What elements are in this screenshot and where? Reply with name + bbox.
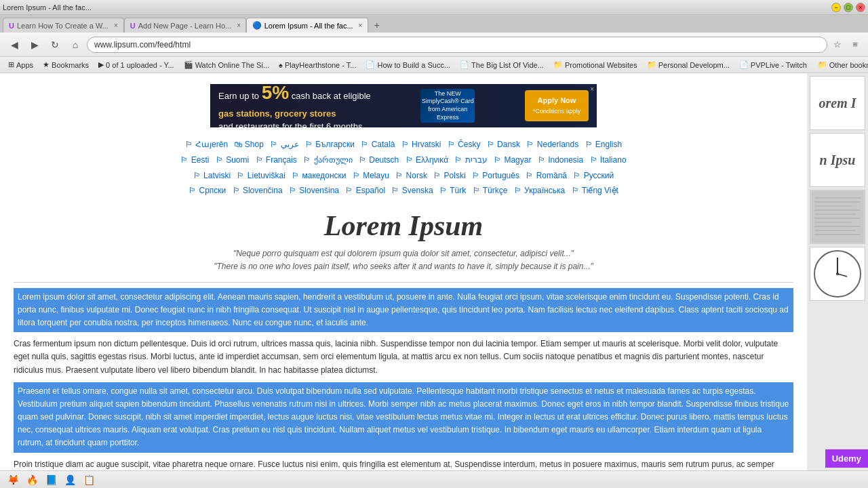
thumbnail-3 xyxy=(810,247,865,301)
settings-icon[interactable]: ≡ xyxy=(848,37,863,52)
title-bar: Lorem Ipsum - All the fac... − □ × xyxy=(0,0,868,15)
lang-dutch[interactable]: 🏳 Nederlands xyxy=(526,140,578,149)
lang-swedish[interactable]: 🏳 Svenska xyxy=(391,186,433,195)
user-icon[interactable]: 👤 xyxy=(62,472,77,487)
lang-turk[interactable]: 🏳 Türk xyxy=(439,186,466,195)
folder-other-icon: 📁 xyxy=(818,60,827,69)
bookmark-apps[interactable]: ⊞ Apps xyxy=(4,60,37,70)
bookmark-biglist[interactable]: 📄 The Big List Of Vide... xyxy=(456,60,548,70)
lang-shop[interactable]: 🛍 Shop xyxy=(234,140,263,149)
nav-icons: ☆ ≡ xyxy=(830,37,863,52)
tab-1[interactable]: U Add New Page - Learn Ho... × xyxy=(124,18,246,33)
lang-row-2: 🏳 Eesti 🏳 Suomi 🏳 Français 🏳 ქართული 🏳 D… xyxy=(0,152,807,168)
apps-icon: ⊞ xyxy=(8,60,14,69)
lang-catalan[interactable]: 🏳 Català xyxy=(361,140,395,149)
ad-earn-text: Earn up to xyxy=(218,91,259,101)
lang-arabic[interactable]: 🏳 عربي xyxy=(270,140,298,149)
clipboard-icon[interactable]: 📋 xyxy=(81,472,96,487)
lorem-paragraph-2: Cras fermentum ipsum non dictum pellente… xyxy=(14,338,793,377)
lang-hebrew[interactable]: 🏳 עברית xyxy=(454,155,487,165)
lang-vietnamese[interactable]: 🏳 Tiếng Việt xyxy=(572,186,618,195)
tab-2[interactable]: 🔵 Lorem Ipsum - All the fac... × xyxy=(246,18,368,33)
lang-row-1: 🏳 Հայerên 🛍 Shop 🏳 عربي 🏳 Български 🏳 Ca… xyxy=(0,137,807,152)
lang-french[interactable]: 🏳 Français xyxy=(256,155,297,165)
bookmark-bookmarks[interactable]: ★ Bookmarks xyxy=(39,60,93,70)
lang-georgian[interactable]: 🏳 ქართული xyxy=(303,155,352,165)
lang-portuguese[interactable]: 🏳 Português xyxy=(472,171,519,180)
ad-apply-label: Apply Now xyxy=(538,96,576,104)
lang-lithuanian[interactable]: 🏳 Lietuviškai xyxy=(237,171,285,180)
ad-card: The NEW SimplyCash® Card from American E… xyxy=(420,89,475,123)
url-bar[interactable] xyxy=(87,37,827,53)
lang-hungarian[interactable]: 🏳 Magyar xyxy=(494,155,531,165)
lang-turkish[interactable]: 🏳 Türkçe xyxy=(473,186,508,195)
new-tab-button[interactable]: + xyxy=(368,18,386,33)
firefox-icon[interactable]: 🦊 xyxy=(5,472,20,487)
tab-bar: U Learn How To Create a W... × U Add New… xyxy=(0,15,868,33)
lang-russian[interactable]: 🏳 Русский xyxy=(573,171,614,180)
lang-serbian[interactable]: 🏳 Српски xyxy=(189,186,226,195)
lang-slovenian[interactable]: 🏳 Slovenšina xyxy=(289,186,339,195)
title-bar-title: Lorem Ipsum - All the fac... xyxy=(3,3,92,12)
thumbnail-2 xyxy=(810,190,865,244)
lang-romanian[interactable]: 🏳 Română xyxy=(526,171,567,180)
main-content: × Earn up to 5% cash back at eligible ga… xyxy=(0,73,868,488)
lang-polish[interactable]: 🏳 Polski xyxy=(433,171,465,180)
udemy-badge: Udemy xyxy=(825,449,868,468)
lang-danish[interactable]: 🏳 Dansk xyxy=(487,140,520,149)
right-sidebar: orem I n Ipsu xyxy=(807,73,868,488)
bookmark-pvplive[interactable]: 📄 PVPLive - Twitch xyxy=(735,60,811,70)
lang-armenian[interactable]: 🏳 Հայerên xyxy=(185,140,228,149)
lang-latvian[interactable]: 🏳 Latviski xyxy=(193,171,231,180)
lang-slovak[interactable]: 🏳 Slovenčina xyxy=(233,186,283,195)
quote-english: "There is no one who loves pain itself, … xyxy=(14,260,793,273)
close-button[interactable]: × xyxy=(856,3,865,12)
forward-button[interactable]: ▶ xyxy=(26,36,43,54)
bookmark-build[interactable]: 📄 How to Build a Succ... xyxy=(361,60,454,70)
lang-spanish[interactable]: 🏳 Español xyxy=(345,186,385,195)
bookmark-uploaded[interactable]: ▶ 0 of 1 uploaded - Y... xyxy=(94,60,178,70)
lang-row-4: 🏳 Српски 🏳 Slovenčina 🏳 Slovenšina 🏳 Esp… xyxy=(0,183,807,199)
lang-finnish[interactable]: 🏳 Suomi xyxy=(216,155,249,165)
lang-italian[interactable]: 🏳 Italiano xyxy=(590,155,627,165)
back-button[interactable]: ◀ xyxy=(5,36,23,54)
lang-norwegian[interactable]: 🏳 Norsk xyxy=(395,171,427,180)
ad-apply-button[interactable]: Apply Now *Conditions apply xyxy=(525,90,589,122)
bookmark-watch[interactable]: 🎬 Watch Online The Si... xyxy=(180,60,273,70)
ad-text: Earn up to 5% cash back at eligible gas … xyxy=(218,79,371,134)
minimize-button[interactable]: − xyxy=(831,3,841,12)
bookmark-hearthstone[interactable]: ♠ PlayHearthstone - T... xyxy=(275,60,360,70)
bookmark-promotional[interactable]: 📁 Promotional Websites xyxy=(549,60,642,70)
facebook-icon[interactable]: 📘 xyxy=(43,472,58,487)
bookmark-personal[interactable]: 📁 Personal Developm... xyxy=(643,60,734,70)
bookmark-pvplive-label: PVPLive - Twitch xyxy=(751,61,807,69)
lang-macedonian[interactable]: 🏳 македонски xyxy=(292,171,346,180)
lang-estonian[interactable]: 🏳 Eesti xyxy=(180,155,209,165)
tab-close-0[interactable]: × xyxy=(114,22,118,29)
lang-english[interactable]: 🏳 English xyxy=(585,140,623,149)
star-icon[interactable]: ☆ xyxy=(830,37,845,52)
lang-bulgarian[interactable]: 🏳 Български xyxy=(305,140,355,149)
refresh-button[interactable]: ↻ xyxy=(46,36,64,54)
lang-ukrainian[interactable]: 🏳 Українська xyxy=(514,186,565,195)
tab-0[interactable]: U Learn How To Create a W... × xyxy=(3,18,124,33)
home-button[interactable]: ⌂ xyxy=(66,36,84,54)
lang-malay[interactable]: 🏳 Melayu xyxy=(353,171,389,180)
bookmarks-icon: ★ xyxy=(43,60,50,69)
lorem-text-2: Cras fermentum ipsum non dictum pellente… xyxy=(14,339,778,374)
fire-icon[interactable]: 🔥 xyxy=(24,472,39,487)
watch-icon: 🎬 xyxy=(184,60,193,69)
lang-indonesian[interactable]: 🏳 Indonesia xyxy=(538,155,583,165)
lang-greek[interactable]: 🏳 Ελληνικά xyxy=(406,155,448,165)
lang-croatian[interactable]: 🏳 Hrvatski xyxy=(401,140,441,149)
maximize-button[interactable]: □ xyxy=(844,3,853,12)
bookmark-other[interactable]: 📁 Other bookmarks xyxy=(814,60,868,70)
tab-label-1: Add New Page - Learn Ho... xyxy=(138,22,232,30)
ad-conditions: *Conditions apply xyxy=(533,108,580,115)
ad-close-button[interactable]: × xyxy=(590,85,594,93)
tab-close-2[interactable]: × xyxy=(359,22,363,29)
tab-close-1[interactable]: × xyxy=(237,22,241,29)
lang-german[interactable]: 🏳 Deutsch xyxy=(359,155,399,165)
lorem-paragraph-3: Praesent et tellus ornare, congue nulla … xyxy=(14,382,793,453)
lang-czech[interactable]: 🏳 Česky xyxy=(448,140,481,149)
